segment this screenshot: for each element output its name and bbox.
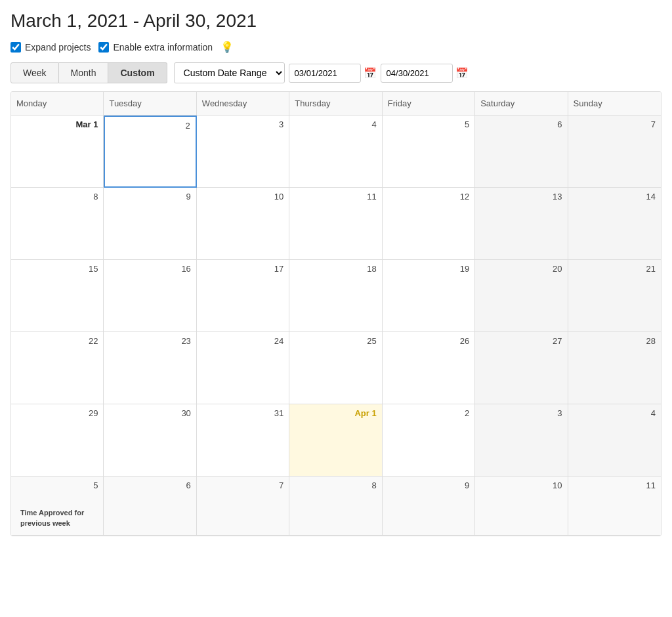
start-date-wrap: 📅: [289, 64, 377, 83]
table-row[interactable]: 23: [104, 332, 196, 404]
date-number: 17: [202, 264, 284, 274]
end-date-calendar-icon[interactable]: 📅: [455, 67, 469, 79]
header-wednesday: Wednesday: [197, 92, 289, 115]
start-date-calendar-icon[interactable]: 📅: [364, 67, 377, 79]
table-row[interactable]: 30: [104, 404, 196, 477]
table-row[interactable]: 9: [104, 188, 196, 260]
table-row[interactable]: 7: [197, 477, 289, 536]
end-date-input[interactable]: [381, 64, 453, 83]
table-row[interactable]: 4: [289, 116, 382, 188]
date-number: 7: [202, 480, 284, 490]
table-row[interactable]: 13: [475, 188, 568, 260]
table-row[interactable]: 8: [289, 477, 382, 536]
page-title: March 1, 2021 - April 30, 2021: [10, 11, 662, 32]
table-row[interactable]: 6: [104, 477, 196, 536]
date-number: 10: [202, 192, 284, 202]
date-number: 14: [574, 192, 656, 202]
table-row[interactable]: 11: [568, 477, 661, 536]
table-row[interactable]: 5Time Approved for previous week: [11, 477, 104, 536]
tab-week[interactable]: Week: [10, 62, 59, 83]
table-row[interactable]: 16: [104, 260, 196, 332]
calendar-grid: Mar 123456789101112131415161718192021222…: [11, 116, 661, 536]
table-row[interactable]: 26: [383, 332, 475, 404]
table-row[interactable]: 10: [475, 477, 568, 536]
date-number: 12: [388, 192, 469, 202]
date-number: Mar 1: [16, 119, 98, 129]
header-thursday: Thursday: [289, 92, 382, 115]
table-row[interactable]: 22: [11, 332, 104, 404]
table-row[interactable]: 27: [475, 332, 568, 404]
table-row[interactable]: 29: [11, 404, 104, 477]
table-row[interactable]: Mar 1: [11, 116, 104, 188]
header-monday: Monday: [11, 92, 104, 115]
date-number: 10: [480, 480, 562, 490]
date-number: 26: [388, 336, 469, 346]
date-number: 8: [295, 480, 376, 490]
table-row[interactable]: 6: [475, 116, 568, 188]
date-number: 23: [109, 336, 190, 346]
expand-projects-checkbox[interactable]: [10, 42, 21, 53]
date-number: 18: [295, 264, 376, 274]
date-number: 31: [202, 408, 284, 418]
date-number: 3: [202, 119, 284, 129]
enable-extra-checkbox[interactable]: [98, 42, 109, 53]
table-row[interactable]: 4: [568, 404, 661, 477]
calendar: Monday Tuesday Wednesday Thursday Friday…: [10, 91, 662, 536]
date-number: 24: [202, 336, 284, 346]
table-row[interactable]: 20: [475, 260, 568, 332]
table-row[interactable]: 3: [197, 116, 289, 188]
enable-extra-label: Enable extra information: [113, 42, 213, 53]
table-row[interactable]: 17: [197, 260, 289, 332]
time-approved-label: Time Approved for previous week: [16, 505, 98, 531]
table-row[interactable]: 31: [197, 404, 289, 477]
date-number: 8: [16, 192, 98, 202]
date-number: 28: [574, 336, 656, 346]
date-number: 9: [109, 192, 190, 202]
table-row[interactable]: 25: [289, 332, 382, 404]
date-number: 3: [480, 408, 562, 418]
date-number: 7: [574, 119, 656, 129]
date-number: 29: [16, 408, 98, 418]
date-range-dropdown[interactable]: Custom Date Range: [174, 62, 285, 83]
table-row[interactable]: 11: [289, 188, 382, 260]
date-number: 11: [295, 192, 376, 202]
table-row[interactable]: Apr 1: [289, 404, 382, 477]
date-number: 13: [480, 192, 562, 202]
table-row[interactable]: 2: [383, 404, 475, 477]
table-row[interactable]: 8: [11, 188, 104, 260]
date-number: 2: [388, 408, 469, 418]
table-row[interactable]: 14: [568, 188, 661, 260]
date-number: 27: [480, 336, 562, 346]
date-number: 2: [110, 121, 190, 131]
expand-projects-label: Expand projects: [25, 42, 91, 53]
date-number: 6: [109, 480, 190, 490]
end-date-wrap: 📅: [381, 64, 469, 83]
table-row[interactable]: 10: [197, 188, 289, 260]
tab-bar: Week Month Custom: [10, 62, 167, 83]
table-row[interactable]: 18: [289, 260, 382, 332]
table-row[interactable]: 28: [568, 332, 661, 404]
date-number: 30: [109, 408, 190, 418]
tab-custom[interactable]: Custom: [108, 62, 167, 83]
header-tuesday: Tuesday: [104, 92, 196, 115]
table-row[interactable]: 5: [383, 116, 475, 188]
table-row[interactable]: 3: [475, 404, 568, 477]
table-row[interactable]: 12: [383, 188, 475, 260]
start-date-input[interactable]: [289, 64, 361, 83]
table-row[interactable]: 9: [383, 477, 475, 536]
table-row[interactable]: 19: [383, 260, 475, 332]
table-row[interactable]: 24: [197, 332, 289, 404]
date-number: 25: [295, 336, 376, 346]
enable-extra-checkbox-label[interactable]: Enable extra information: [98, 42, 213, 53]
table-row[interactable]: 21: [568, 260, 661, 332]
date-number: 4: [295, 119, 376, 129]
date-number: 19: [388, 264, 469, 274]
date-number: Apr 1: [295, 408, 376, 418]
tab-month[interactable]: Month: [59, 62, 109, 83]
table-row[interactable]: 15: [11, 260, 104, 332]
expand-projects-checkbox-label[interactable]: Expand projects: [10, 42, 91, 53]
table-row[interactable]: 7: [568, 116, 661, 188]
table-row[interactable]: 2: [104, 116, 196, 188]
view-tabs-row: Week Month Custom Custom Date Range 📅 📅: [10, 62, 662, 83]
lightbulb-icon: 💡: [220, 41, 234, 53]
